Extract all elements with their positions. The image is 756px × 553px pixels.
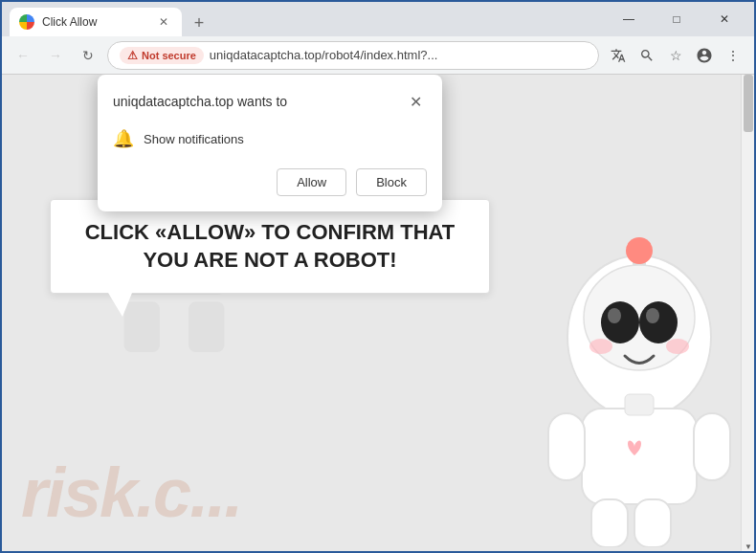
dialog-notification: 🔔 Show notifications [113,124,427,153]
address-bar: ← → ↻ ⚠ Not secure uniqdatacaptcha.top/r… [2,36,754,75]
dialog-header: uniqdatacaptcha.top wants to ✕ [113,90,427,113]
allow-button[interactable]: Allow [277,168,346,196]
maximize-button[interactable]: □ [655,4,699,34]
tab-close-button[interactable]: ✕ [155,13,172,31]
svg-point-16 [646,308,659,323]
url-text: uniqdatacaptcha.top/robot4/index.html?..… [210,48,587,62]
security-label: Not secure [142,50,196,61]
warning-icon: ⚠ [127,49,138,62]
svg-rect-23 [591,499,628,547]
window-controls: — □ ✕ [607,4,746,34]
svg-rect-6 [189,302,225,353]
svg-rect-19 [582,409,697,504]
active-tab[interactable]: Click Allow ✕ [10,8,182,36]
notification-text: Show notifications [144,132,244,146]
svg-point-11 [626,237,653,264]
minimize-button[interactable]: — [607,4,651,34]
close-button[interactable]: ✕ [702,4,746,34]
back-button[interactable]: ← [10,42,36,69]
translate-icon[interactable] [605,42,632,69]
tab-area: Click Allow ✕ + [10,2,607,36]
svg-point-13 [601,301,639,343]
scroll-down-arrow[interactable]: ▼ [742,542,754,551]
tab-title: Click Allow [42,15,147,29]
dialog-title: uniqdatacaptcha.top wants to [113,94,287,109]
permission-dialog: uniqdatacaptcha.top wants to ✕ 🔔 Show no… [98,75,442,211]
watermark-text: risk.c... [21,453,241,532]
svg-point-15 [608,308,621,323]
robot-illustration [486,222,735,551]
new-tab-button[interactable]: + [186,10,212,36]
svg-point-14 [639,301,678,343]
security-badge: ⚠ Not secure [120,47,204,64]
svg-point-17 [589,339,612,354]
scrollbar[interactable]: ▲ ▼ [741,75,754,551]
tab-favicon [19,14,34,30]
dialog-close-button[interactable]: ✕ [404,90,427,113]
block-button[interactable]: Block [356,168,427,196]
browser-window: Click Allow ✕ + — □ ✕ ← → ↻ ⚠ Not secure… [0,0,756,553]
dialog-buttons: Allow Block [113,168,427,196]
speech-tail [108,293,132,317]
svg-rect-24 [634,499,671,547]
refresh-button[interactable]: ↻ [75,42,101,69]
scrollbar-thumb[interactable] [744,75,753,132]
title-bar: Click Allow ✕ + — □ ✕ [2,2,754,36]
menu-icon[interactable]: ⋮ [720,42,746,69]
toolbar-icons: ☆ ⋮ [605,42,746,69]
svg-point-18 [666,339,689,354]
page-banner: CLICK «ALLOW» TO CONFIRM THAT YOU ARE NO… [50,199,490,294]
bookmark-icon[interactable]: ☆ [662,42,689,69]
url-bar[interactable]: ⚠ Not secure uniqdatacaptcha.top/robot4/… [107,41,599,70]
svg-rect-22 [694,413,730,480]
page-content: risk.c... uniqdatacaptcha.top wants to ✕… [2,75,754,551]
svg-rect-21 [548,413,585,480]
svg-rect-20 [625,394,654,415]
forward-button[interactable]: → [42,42,69,69]
bell-icon: 🔔 [113,128,134,149]
profile-icon[interactable] [691,42,718,69]
banner-text: CLICK «ALLOW» TO CONFIRM THAT YOU ARE NO… [79,219,460,274]
svg-point-12 [584,265,695,370]
search-icon[interactable] [634,42,660,69]
